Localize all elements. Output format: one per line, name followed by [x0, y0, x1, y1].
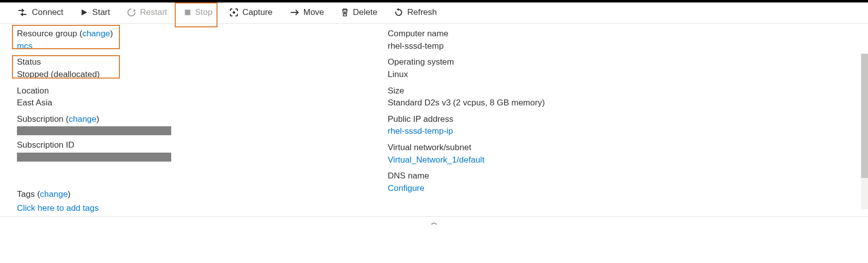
- status-value: Stopped (deallocated): [17, 69, 388, 81]
- size-block: Size Standard D2s v3 (2 vcpus, 8 GB memo…: [388, 85, 759, 109]
- move-button[interactable]: Move: [283, 4, 331, 20]
- subscription-value-redacted: [17, 126, 171, 135]
- chevron-double-up-icon: ︽: [431, 218, 437, 226]
- capture-label: Capture: [242, 7, 272, 17]
- capture-button[interactable]: Capture: [222, 4, 279, 20]
- paren-close-2: ): [97, 114, 100, 124]
- tags-label: Tags: [17, 189, 35, 199]
- play-icon: [80, 8, 88, 16]
- location-value: East Asia: [17, 97, 388, 109]
- collapse-essentials-button[interactable]: ︽: [0, 216, 868, 228]
- arrow-right-icon: [290, 9, 300, 16]
- dns-value[interactable]: Configure: [388, 182, 759, 195]
- subscription-label: Subscription: [17, 114, 64, 124]
- vertical-scrollbar[interactable]: [861, 54, 868, 209]
- restart-icon: [127, 8, 136, 17]
- subscription-id-block: Subscription ID: [17, 139, 388, 162]
- paren-close: ): [110, 29, 113, 38]
- start-button[interactable]: Start: [73, 4, 117, 20]
- connect-icon: [17, 8, 28, 16]
- paren-close-3: ): [68, 189, 71, 199]
- status-block: Status Stopped (deallocated): [17, 56, 388, 81]
- resource-group-block: Resource group (change) mcs: [17, 28, 388, 52]
- vnet-block: Virtual network/subnet Virtual_Network_1…: [388, 142, 759, 166]
- connect-label: Connect: [32, 7, 63, 17]
- left-column: Resource group (change) mcs Status Stopp…: [17, 28, 388, 213]
- resource-group-value[interactable]: mcs: [17, 40, 388, 53]
- subscription-id-label: Subscription ID: [17, 139, 388, 152]
- capture-icon: [229, 8, 238, 17]
- trash-icon: [341, 8, 349, 17]
- add-tags-link[interactable]: Click here to add tags: [17, 203, 388, 213]
- os-value: Linux: [388, 69, 759, 81]
- computer-name-label: Computer name: [388, 28, 759, 40]
- stop-button: Stop: [177, 4, 219, 20]
- refresh-button[interactable]: Refresh: [387, 4, 444, 20]
- os-block: Operating system Linux: [388, 56, 759, 81]
- vm-toolbar: Connect Start Restart Stop Capture: [0, 2, 868, 24]
- resource-group-change-link[interactable]: change: [82, 29, 110, 38]
- svg-point-1: [233, 11, 235, 14]
- stop-icon: [184, 9, 191, 16]
- restart-button: Restart: [120, 4, 174, 20]
- scrollbar-thumb[interactable]: [861, 54, 868, 178]
- svg-rect-0: [185, 10, 190, 15]
- refresh-label: Refresh: [407, 7, 437, 17]
- public-ip-block: Public IP address rhel-sssd-temp-ip: [388, 113, 759, 138]
- size-value: Standard D2s v3 (2 vcpus, 8 GB memory): [388, 97, 759, 109]
- public-ip-value[interactable]: rhel-sssd-temp-ip: [388, 125, 759, 138]
- vnet-value[interactable]: Virtual_Network_1/default: [388, 154, 759, 167]
- resource-group-label: Resource group: [17, 29, 77, 38]
- subscription-block: Subscription (change): [17, 113, 388, 136]
- connect-button[interactable]: Connect: [10, 4, 70, 20]
- restart-label: Restart: [140, 7, 167, 17]
- overview-pane: Resource group (change) mcs Status Stopp…: [0, 24, 868, 216]
- computer-name-block: Computer name rhel-sssd-temp: [388, 28, 759, 52]
- computer-name-value: rhel-sssd-temp: [388, 40, 759, 53]
- location-block: Location East Asia: [17, 85, 388, 109]
- os-label: Operating system: [388, 56, 759, 69]
- public-ip-label: Public IP address: [388, 113, 759, 126]
- start-label: Start: [92, 7, 110, 17]
- subscription-change-link[interactable]: change: [69, 114, 97, 124]
- vnet-label: Virtual network/subnet: [388, 142, 759, 154]
- dns-block: DNS name Configure: [388, 170, 759, 194]
- tags-change-link[interactable]: change: [40, 189, 68, 199]
- size-label: Size: [388, 85, 759, 97]
- delete-label: Delete: [353, 7, 377, 17]
- subscription-id-value-redacted: [17, 153, 171, 162]
- move-label: Move: [304, 7, 325, 17]
- status-label: Status: [17, 56, 388, 69]
- dns-label: DNS name: [388, 170, 759, 182]
- tags-block: Tags (change) Click here to add tags: [17, 189, 388, 213]
- stop-label: Stop: [195, 7, 213, 17]
- location-label: Location: [17, 85, 388, 97]
- delete-button[interactable]: Delete: [334, 4, 384, 20]
- refresh-icon: [394, 8, 403, 17]
- right-column: Computer name rhel-sssd-temp Operating s…: [388, 28, 759, 213]
